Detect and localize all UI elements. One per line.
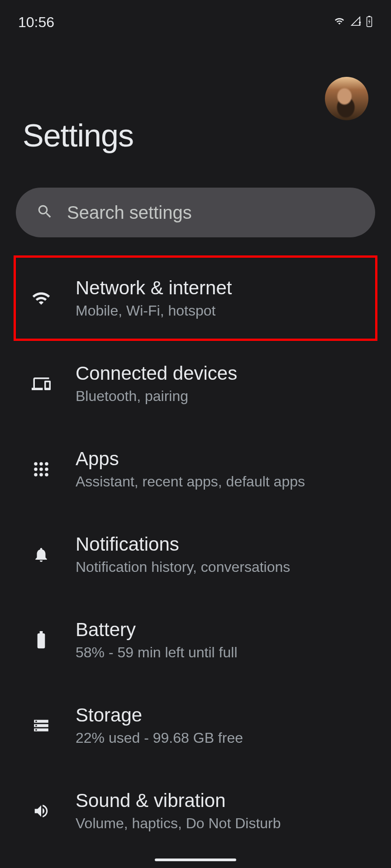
setting-subtitle: 58% - 59 min left until full [76, 644, 238, 661]
setting-connected-devices[interactable]: Connected devices Bluetooth, pairing [0, 341, 391, 426]
setting-title: Storage [76, 704, 243, 726]
storage-icon [32, 716, 51, 735]
setting-subtitle: Volume, haptics, Do Not Disturb [76, 815, 281, 832]
setting-battery[interactable]: Battery 58% - 59 min left until full [0, 597, 391, 683]
page-title: Settings [23, 118, 368, 154]
setting-title: Network & internet [76, 277, 232, 299]
svg-point-0 [359, 22, 361, 23]
status-time: 10:56 [18, 14, 54, 31]
battery-icon [32, 631, 51, 650]
sound-icon [32, 802, 51, 821]
svg-point-9 [34, 473, 38, 476]
setting-title: Sound & vibration [76, 790, 281, 811]
search-bar[interactable]: Search settings [16, 188, 375, 237]
setting-network-internet[interactable]: Network & internet Mobile, Wi-Fi, hotspo… [14, 255, 377, 341]
svg-point-3 [34, 462, 38, 466]
setting-subtitle: Mobile, Wi-Fi, hotspot [76, 302, 232, 319]
apps-icon [32, 460, 51, 479]
setting-sound-vibration[interactable]: Sound & vibration Volume, haptics, Do No… [0, 768, 391, 854]
setting-title: Connected devices [76, 363, 237, 384]
wifi-icon [333, 16, 346, 28]
svg-point-5 [45, 462, 48, 466]
svg-point-10 [39, 473, 43, 476]
svg-point-6 [34, 467, 38, 471]
devices-icon [32, 374, 51, 393]
status-icons [333, 15, 373, 29]
nav-bar-indicator[interactable] [155, 859, 236, 861]
setting-subtitle: Assistant, recent apps, default apps [76, 473, 305, 490]
setting-title: Battery [76, 619, 238, 641]
setting-title: Notifications [76, 533, 290, 555]
search-icon [36, 203, 53, 222]
setting-title: Apps [76, 448, 305, 470]
setting-subtitle: Bluetooth, pairing [76, 388, 237, 405]
header: Settings [0, 32, 391, 154]
setting-apps[interactable]: Apps Assistant, recent apps, default app… [0, 426, 391, 512]
avatar[interactable] [325, 77, 368, 120]
setting-notifications[interactable]: Notifications Notification history, conv… [0, 512, 391, 597]
setting-subtitle: Notification history, conversations [76, 559, 290, 576]
search-placeholder: Search settings [67, 203, 192, 223]
setting-storage[interactable]: Storage 22% used - 99.68 GB free [0, 683, 391, 768]
svg-point-4 [39, 462, 43, 466]
status-bar: 10:56 [0, 0, 391, 32]
settings-list: Network & internet Mobile, Wi-Fi, hotspo… [0, 255, 391, 854]
svg-point-8 [45, 467, 48, 471]
svg-rect-12 [38, 633, 45, 648]
signal-icon [350, 16, 361, 28]
svg-point-7 [39, 467, 43, 471]
battery-charging-icon [366, 15, 373, 29]
svg-point-11 [45, 473, 48, 476]
svg-rect-2 [368, 16, 370, 17]
setting-subtitle: 22% used - 99.68 GB free [76, 730, 243, 746]
svg-rect-13 [40, 631, 43, 633]
wifi-icon [32, 289, 51, 308]
notifications-icon [32, 545, 51, 564]
